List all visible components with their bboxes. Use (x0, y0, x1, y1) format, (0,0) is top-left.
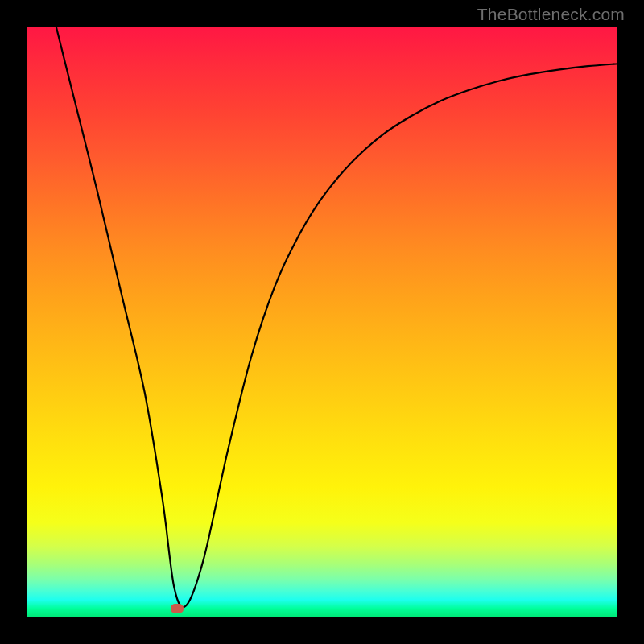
bottleneck-curve (27, 27, 617, 617)
plot-area (27, 27, 617, 617)
chart-frame: TheBottleneck.com (0, 0, 644, 644)
optimal-point-marker (171, 604, 184, 613)
watermark-text: TheBottleneck.com (477, 5, 625, 24)
